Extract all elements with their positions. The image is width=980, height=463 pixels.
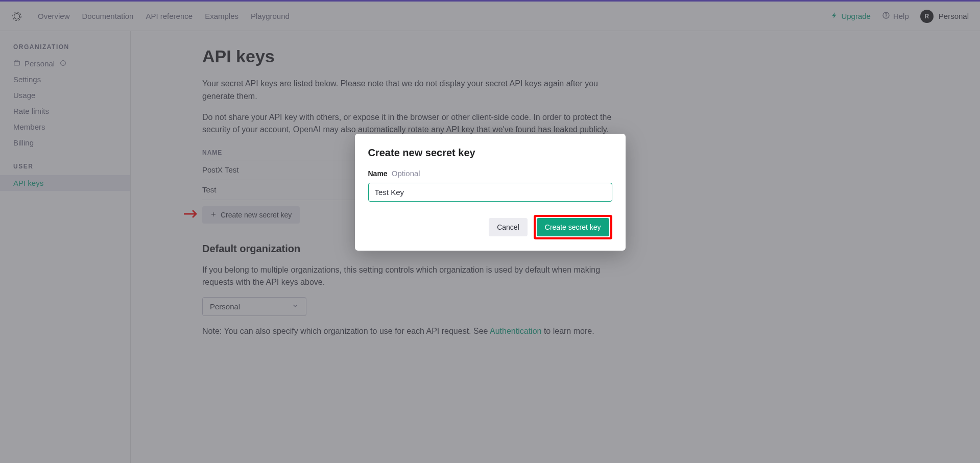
highlight-annotation: Create secret key (534, 215, 612, 239)
secret-key-name-input[interactable] (368, 183, 612, 202)
name-field-optional: Optional (392, 169, 420, 178)
create-secret-key-modal: Create new secret key Name Optional Canc… (355, 134, 626, 251)
modal-title: Create new secret key (368, 147, 612, 159)
cancel-button[interactable]: Cancel (489, 218, 528, 236)
create-secret-key-submit-button[interactable]: Create secret key (537, 218, 609, 236)
name-field-label: Name (368, 169, 388, 178)
